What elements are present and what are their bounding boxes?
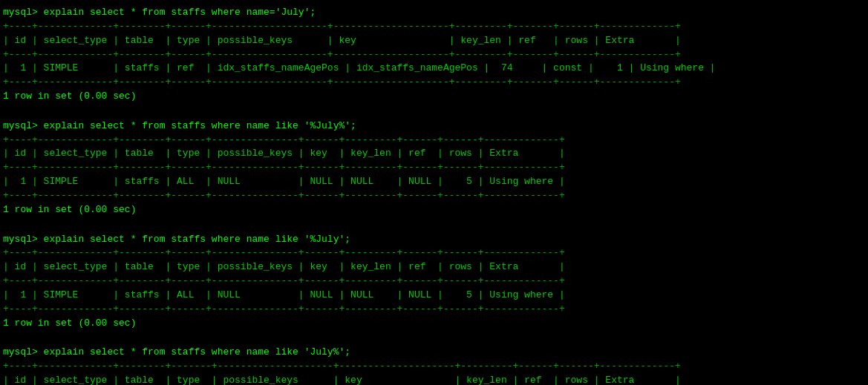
divider-2c: +----+-------------+--------+------+----… [3,189,865,203]
prompt-2: mysql> explain select * from staffs wher… [3,119,865,134]
query-section-2: mysql> explain select * from staffs wher… [3,119,865,217]
rowcount-1: 1 row in set (0.00 sec) [3,90,865,104]
prompt-3: mysql> explain select * from staffs wher… [3,233,865,247]
divider-3a: +----+-------------+--------+------+----… [3,246,865,260]
divider-2a: +----+-------------+--------+------+----… [3,134,865,148]
divider-1b: +----+-------------+--------+------+----… [3,48,865,62]
data-row-1: | 1 | SIMPLE | staffs | ref | idx_staffs… [3,62,865,76]
data-row-3: | 1 | SIMPLE | staffs | ALL | NULL | NUL… [3,289,865,303]
blank-2 [3,219,865,233]
prompt-1: mysql> explain select * from staffs wher… [3,6,865,20]
header-2: | id | select_type | table | type | poss… [3,147,865,161]
query-section-4: mysql> explain select * from staffs wher… [3,346,865,385]
header-4: | id | select_type | table | type | poss… [3,374,865,385]
prompt-4: mysql> explain select * from staffs wher… [3,346,865,360]
divider-2b: +----+-------------+--------+------+----… [3,161,865,175]
blank-3 [3,332,865,346]
data-row-2: | 1 | SIMPLE | staffs | ALL | NULL | NUL… [3,175,865,189]
header-3: | id | select_type | table | type | poss… [3,260,865,274]
divider-3b: +----+-------------+--------+------+----… [3,274,865,289]
divider-3c: +----+-------------+--------+------+----… [3,303,865,317]
divider-1a: +----+-------------+--------+------+----… [3,20,865,34]
query-section-1: mysql> explain select * from staffs wher… [3,6,865,104]
divider-1c: +----+-------------+--------+------+----… [3,76,865,90]
rowcount-2: 1 row in set (0.00 sec) [3,203,865,217]
query-section-3: mysql> explain select * from staffs wher… [3,233,865,331]
blank-1 [3,105,865,119]
terminal: mysql> explain select * from staffs wher… [3,6,865,385]
divider-4a: +----+-------------+--------+-------+---… [3,360,865,374]
rowcount-3: 1 row in set (0.00 sec) [3,317,865,331]
header-1: | id | select_type | table | type | poss… [3,34,865,48]
